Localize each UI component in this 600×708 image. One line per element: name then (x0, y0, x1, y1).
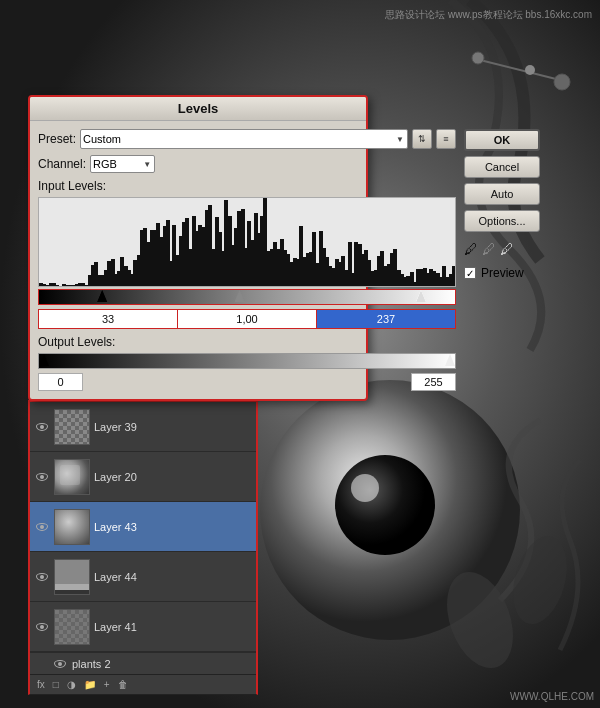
new-layer-button[interactable]: + (101, 678, 113, 691)
output-shadow-thumb[interactable] (39, 354, 49, 366)
cancel-button[interactable]: Cancel (464, 156, 540, 178)
channel-select[interactable]: RGB Red Green Blue (90, 155, 155, 173)
dialog-left-panel: Preset: Custom ⇅ ≡ Channel: RGB Red Gree… (38, 129, 456, 391)
preview-label: Preview (481, 266, 524, 280)
options-button[interactable]: Options... (464, 210, 540, 232)
output-highlight-thumb[interactable] (445, 354, 455, 366)
eye-icon-small (54, 660, 66, 668)
midtone-slider-thumb[interactable] (235, 290, 245, 302)
preset-menu-button[interactable]: ≡ (436, 129, 456, 149)
svg-point-6 (554, 74, 570, 90)
output-highlight-value[interactable] (411, 373, 456, 391)
layer-name-selected: Layer 43 (94, 521, 252, 533)
thumb-checker-pattern (55, 610, 89, 644)
eye-icon (36, 423, 48, 431)
layer-name: Layer 39 (94, 421, 252, 433)
input-midtone-value[interactable] (178, 310, 316, 328)
preview-checkbox[interactable]: ✓ (464, 267, 476, 279)
layer-visibility-toggle[interactable] (34, 619, 50, 635)
thumb-globe-preview (55, 510, 89, 544)
layer-thumbnail (54, 509, 90, 545)
highlight-slider-thumb[interactable] (416, 290, 426, 302)
dialog-title: Levels (178, 101, 218, 116)
layer-visibility-toggle[interactable] (34, 519, 50, 535)
preview-row: ✓ Preview (464, 266, 544, 280)
svg-point-3 (351, 474, 379, 502)
eye-icon (36, 573, 48, 581)
eye-icon (36, 473, 48, 481)
layer-row-selected[interactable]: Layer 43 (30, 502, 256, 552)
output-values-row (38, 373, 456, 391)
output-slider-track[interactable] (38, 353, 456, 369)
white-eyedropper[interactable]: 🖊 (500, 241, 514, 257)
layer-thumbnail (54, 559, 90, 595)
layer-thumbnail (54, 459, 90, 495)
preset-label: Preset: (38, 132, 76, 146)
delete-layer-button[interactable]: 🗑 (115, 678, 131, 691)
layer-row[interactable]: Layer 20 (30, 452, 256, 502)
layer-name: Layer 44 (94, 571, 252, 583)
gray-eyedropper[interactable]: 🖊 (482, 241, 496, 257)
dialog-right-panel: OK Cancel Auto Options... 🖊 🖊 🖊 ✓ Previe… (464, 129, 544, 391)
layer-name: Layer 20 (94, 471, 252, 483)
layer-thumbnail (54, 409, 90, 445)
input-highlight-value[interactable] (317, 310, 455, 328)
layer-visibility-toggle[interactable] (34, 569, 50, 585)
layer-visibility-toggle[interactable] (34, 419, 50, 435)
new-adjustment-layer-button[interactable]: ◑ (64, 678, 79, 691)
input-slider-track[interactable] (38, 289, 456, 305)
input-levels-label: Input Levels: (38, 179, 456, 193)
layer-row[interactable]: Layer 44 (30, 552, 256, 602)
preset-row: Preset: Custom ⇅ ≡ (38, 129, 456, 149)
bottom-layer-eye[interactable] (52, 656, 68, 672)
preset-select[interactable]: Custom (80, 129, 408, 149)
new-group-button[interactable]: 📁 (81, 678, 99, 691)
watermark-top: 思路设计论坛 www.ps教程论坛 bbs.16xkc.com (385, 8, 592, 22)
shadow-slider-thumb[interactable] (97, 290, 107, 302)
thumb-checker-pattern (55, 410, 89, 444)
output-levels-label: Output Levels: (38, 335, 456, 349)
input-shadow-value[interactable] (39, 310, 177, 328)
layer-name: Layer 41 (94, 621, 252, 633)
ok-button[interactable]: OK (464, 129, 540, 151)
output-shadow-value[interactable] (38, 373, 83, 391)
input-values-row (38, 309, 456, 329)
layer-row[interactable]: Layer 41 (30, 602, 256, 652)
layers-panel: Layer 39 Layer 20 Layer 43 (28, 400, 258, 695)
eye-icon (36, 523, 48, 531)
levels-dialog: Levels Preset: Custom ⇅ ≡ Channel: RG (28, 95, 368, 401)
preset-select-wrapper: Custom (80, 129, 408, 149)
eyedroppers-row: 🖊 🖊 🖊 (464, 241, 544, 257)
svg-point-5 (472, 52, 484, 64)
add-mask-button[interactable]: □ (50, 678, 62, 691)
dialog-title-bar: Levels (30, 97, 366, 121)
svg-point-7 (525, 65, 535, 75)
histogram-container (38, 197, 456, 287)
svg-point-2 (335, 455, 435, 555)
auto-button[interactable]: Auto (464, 183, 540, 205)
layer-row[interactable]: Layer 39 (30, 402, 256, 452)
channel-label: Channel: (38, 157, 86, 171)
layers-bottom-bar: fx □ ◑ 📁 + 🗑 (30, 674, 256, 694)
layer-thumbnail (54, 609, 90, 645)
layer-visibility-toggle[interactable] (34, 469, 50, 485)
black-eyedropper[interactable]: 🖊 (464, 241, 478, 257)
channel-row: Channel: RGB Red Green Blue (38, 155, 456, 173)
preset-arrows-button[interactable]: ⇅ (412, 129, 432, 149)
add-layer-style-button[interactable]: fx (34, 678, 48, 691)
watermark-bottom: WWW.QLHE.COM (510, 691, 594, 702)
bottom-layer-row[interactable]: plants 2 (30, 652, 256, 674)
channel-select-wrapper: RGB Red Green Blue (90, 155, 155, 173)
bottom-layer-name: plants 2 (72, 658, 252, 670)
eye-icon (36, 623, 48, 631)
